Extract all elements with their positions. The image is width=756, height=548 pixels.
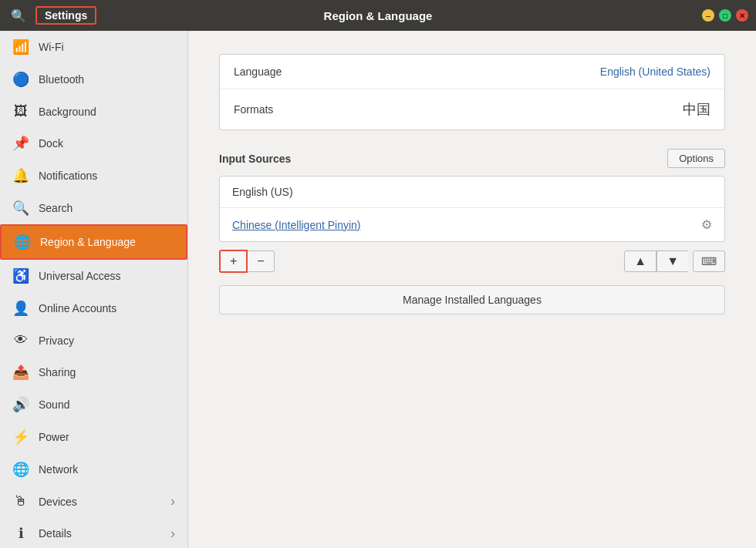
sidebar-item-label: Privacy	[39, 335, 74, 347]
language-group: Language English (United States) Formats…	[219, 54, 725, 130]
sidebar-item-label: Details	[39, 527, 72, 540]
page-title: Region & Language	[324, 9, 433, 22]
sidebar-item-notifications[interactable]: 🔔 Notifications	[0, 160, 187, 192]
keyboard-preview-button[interactable]: ⌨	[693, 250, 725, 272]
devices-icon: 🖱	[12, 493, 29, 509]
sidebar-item-label: Bluetooth	[39, 73, 84, 86]
sidebar-item-region[interactable]: 🌐 Region & Language	[0, 224, 187, 260]
sidebar-item-network[interactable]: 🌐 Network	[0, 453, 187, 486]
input-source-label: English (US)	[232, 186, 712, 198]
move-down-button[interactable]: ▼	[656, 250, 688, 272]
app-body: 📶 Wi-Fi🔵 Bluetooth🖼 Background📌 Dock🔔 No…	[0, 31, 756, 548]
options-button[interactable]: Options	[667, 149, 725, 168]
search-button[interactable]: 🔍	[8, 5, 29, 26]
titlebar-left: 🔍 Settings	[8, 5, 96, 26]
background-icon: 🖼	[12, 103, 29, 119]
wifi-icon: 📶	[12, 39, 29, 55]
power-icon: ⚡	[12, 429, 29, 445]
sound-icon: 🔊	[12, 396, 29, 413]
universal-icon: ♿	[12, 267, 29, 284]
sidebar-item-label: Sharing	[39, 366, 76, 378]
sidebar-item-label: Region & Language	[40, 236, 136, 248]
region-icon: 🌐	[14, 234, 31, 250]
minimize-button[interactable]: –	[702, 9, 714, 22]
add-input-button[interactable]: +	[219, 250, 248, 273]
sidebar-item-universal[interactable]: ♿ Universal Access	[0, 260, 187, 292]
language-row[interactable]: Language English (United States)	[220, 55, 724, 89]
input-source-item[interactable]: Chinese (Intelligent Pinyin)⚙	[220, 208, 724, 241]
sidebar-item-label: Universal Access	[39, 270, 121, 282]
remove-input-button[interactable]: −	[248, 250, 274, 272]
sidebar: 📶 Wi-Fi🔵 Bluetooth🖼 Background📌 Dock🔔 No…	[0, 31, 188, 548]
language-value: English (United States)	[600, 66, 710, 78]
input-toolbar: + − ▲ ▼ ⌨	[219, 250, 725, 273]
sidebar-item-label: Devices	[39, 496, 77, 508]
sidebar-item-label: Network	[39, 463, 78, 476]
sidebar-item-search[interactable]: 🔍 Search	[0, 192, 187, 224]
sharing-icon: 📤	[12, 364, 29, 381]
sidebar-item-details[interactable]: ℹ Details	[0, 517, 187, 548]
content-area: Language English (United States) Formats…	[188, 31, 756, 548]
sidebar-item-power[interactable]: ⚡ Power	[0, 421, 187, 453]
window-controls: – □ ✕	[702, 9, 748, 22]
formats-icon: 中国	[683, 100, 710, 119]
input-source-item[interactable]: English (US)	[220, 177, 724, 208]
privacy-icon: 👁	[12, 332, 29, 348]
manage-languages-button[interactable]: Manage Installed Languages	[219, 285, 725, 314]
sidebar-item-background[interactable]: 🖼 Background	[0, 96, 187, 127]
maximize-button[interactable]: □	[719, 9, 731, 22]
formats-label: Formats	[234, 103, 683, 116]
titlebar: 🔍 Settings Region & Language – □ ✕	[0, 0, 756, 31]
language-label: Language	[234, 66, 600, 78]
input-source-label: Chinese (Intelligent Pinyin)	[232, 219, 701, 231]
sidebar-item-label: Search	[39, 202, 73, 214]
sidebar-item-label: Online Accounts	[39, 302, 116, 314]
sidebar-item-label: Wi-Fi	[39, 41, 64, 53]
sidebar-item-sound[interactable]: 🔊 Sound	[0, 388, 187, 421]
online-icon: 👤	[12, 300, 29, 317]
sidebar-item-label: Dock	[39, 137, 63, 150]
notifications-icon: 🔔	[12, 167, 29, 184]
sidebar-item-bluetooth[interactable]: 🔵 Bluetooth	[0, 63, 187, 96]
input-sources-header: Input Sources Options	[219, 149, 725, 168]
input-sources-list: English (US)Chinese (Intelligent Pinyin)…	[219, 176, 725, 242]
sidebar-item-label: Notifications	[39, 170, 97, 182]
sidebar-item-sharing[interactable]: 📤 Sharing	[0, 356, 187, 388]
sidebar-item-devices[interactable]: 🖱 Devices	[0, 486, 187, 517]
sidebar-item-label: Sound	[39, 398, 69, 411]
app-title: Settings	[35, 6, 96, 25]
sidebar-item-online[interactable]: 👤 Online Accounts	[0, 292, 187, 324]
formats-row[interactable]: Formats 中国	[220, 89, 724, 129]
network-icon: 🌐	[12, 461, 29, 478]
close-button[interactable]: ✕	[736, 9, 748, 22]
sidebar-item-wifi[interactable]: 📶 Wi-Fi	[0, 31, 187, 63]
move-up-button[interactable]: ▲	[624, 250, 656, 272]
search-icon: 🔍	[12, 200, 29, 217]
sidebar-item-privacy[interactable]: 👁 Privacy	[0, 324, 187, 356]
gear-icon[interactable]: ⚙	[701, 217, 712, 232]
sidebar-item-label: Power	[39, 431, 69, 443]
input-sources-title: Input Sources	[219, 153, 291, 165]
details-icon: ℹ	[12, 525, 29, 542]
sidebar-item-label: Background	[39, 106, 96, 118]
dock-icon: 📌	[12, 135, 29, 152]
reorder-buttons: ▲ ▼	[624, 250, 688, 272]
sidebar-item-dock[interactable]: 📌 Dock	[0, 127, 187, 160]
bluetooth-icon: 🔵	[12, 71, 29, 88]
